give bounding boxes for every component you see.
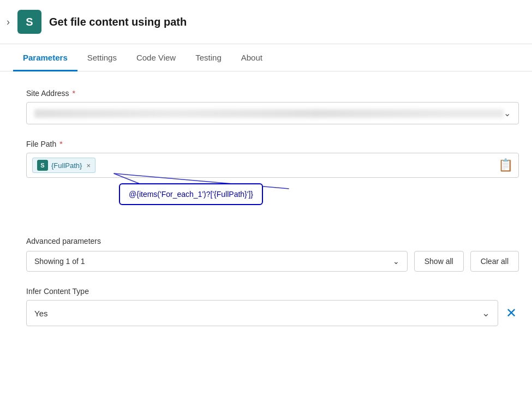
infer-content-type-remove-button[interactable]: ✕ [504, 303, 519, 323]
advanced-params-value: Showing 1 of 1 [34, 257, 85, 266]
chevron-down-icon: ⌄ [482, 307, 490, 319]
infer-content-type-dropdown[interactable]: Yes ⌄ [26, 300, 498, 326]
site-address-value [34, 109, 504, 118]
infer-content-type-row: Yes ⌄ ✕ [26, 300, 519, 326]
action-icon: S [17, 10, 41, 34]
site-address-section: Site Address * ⌄ [26, 89, 519, 124]
clear-all-button[interactable]: Clear all [470, 251, 519, 272]
back-chevron[interactable]: › [7, 16, 10, 28]
tab-parameters[interactable]: Parameters [13, 44, 77, 71]
required-indicator: * [70, 89, 75, 98]
parameters-content: Site Address * ⌄ File Path * S {FullPath… [0, 71, 532, 359]
tab-bar: Parameters Settings Code View Testing Ab… [0, 44, 532, 71]
advanced-params-label: Advanced parameters [26, 237, 519, 245]
tab-testing[interactable]: Testing [186, 44, 231, 71]
fullpath-token: S {FullPath} × [32, 158, 95, 173]
site-address-dropdown[interactable]: ⌄ [26, 102, 519, 124]
token-label: {FullPath} [51, 161, 82, 170]
tab-settings[interactable]: Settings [77, 44, 127, 71]
advanced-params-row: Showing 1 of 1 ⌄ Show all Clear all [26, 251, 519, 272]
annotation-tooltip: @{items('For_each_1')?['{FullPath}']} [119, 183, 263, 205]
tab-about[interactable]: About [231, 44, 272, 71]
file-path-section: File Path * S {FullPath} × 📋 @{items('Fo… [26, 140, 519, 221]
token-icon: S [37, 160, 48, 171]
token-remove-button[interactable]: × [86, 161, 91, 170]
advanced-params-section: Advanced parameters Showing 1 of 1 ⌄ Sho… [26, 237, 519, 272]
site-address-label: Site Address * [26, 89, 519, 98]
annotation-area: @{items('For_each_1')?['{FullPath}']} [26, 172, 519, 221]
chevron-down-icon: ⌄ [504, 108, 511, 118]
required-indicator: * [57, 140, 62, 148]
tab-code-view[interactable]: Code View [127, 44, 186, 71]
infer-content-type-section: Infer Content Type Yes ⌄ ✕ [26, 287, 519, 326]
file-path-label: File Path * [26, 140, 519, 148]
dynamic-content-icon[interactable]: 📋 [498, 158, 513, 172]
action-title: Get file content using path [49, 16, 187, 28]
infer-content-type-label: Infer Content Type [26, 287, 519, 296]
annotation-arrow [26, 172, 519, 221]
chevron-down-icon: ⌄ [393, 257, 399, 266]
infer-content-type-value: Yes [34, 309, 47, 318]
show-all-button[interactable]: Show all [414, 251, 464, 272]
action-header: › S Get file content using path [0, 0, 532, 44]
advanced-params-dropdown[interactable]: Showing 1 of 1 ⌄ [26, 251, 408, 272]
